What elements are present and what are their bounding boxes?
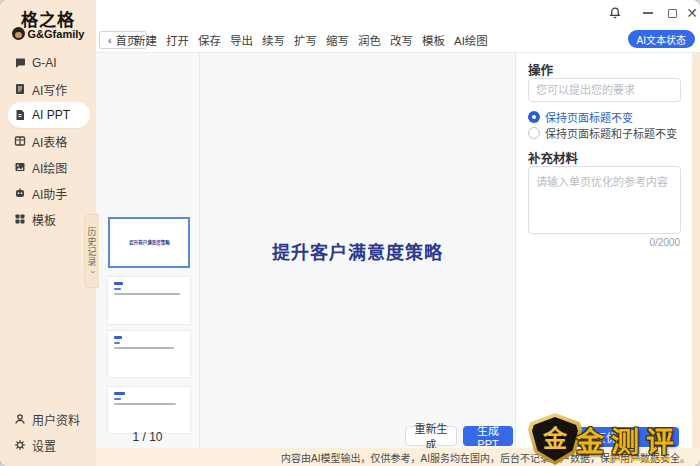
user-icon bbox=[14, 413, 26, 425]
footer-disclaimer-bar: 内容由AI模型输出，仅供参考，AI服务均在国内，后台不记录用户数据，保护用户数据… bbox=[96, 448, 700, 466]
titlebar: ✕ bbox=[96, 0, 700, 27]
radio-keep-title[interactable]: 保持页面标题不变 bbox=[528, 109, 633, 125]
chevron-right-icon: › bbox=[89, 271, 95, 274]
drawing-icon bbox=[14, 161, 26, 173]
chat-icon bbox=[14, 57, 26, 69]
toolbar-item-open[interactable]: 打开 bbox=[166, 32, 189, 48]
minimize-icon[interactable] bbox=[641, 6, 655, 20]
slide-thumbnail-4[interactable] bbox=[108, 387, 190, 433]
toolbar-item-expand-writing[interactable]: 扩写 bbox=[294, 32, 317, 48]
sidebar-item-settings[interactable]: 设置 bbox=[0, 432, 96, 458]
history-tab[interactable]: 历史记录 › bbox=[84, 214, 99, 288]
sidebar-footer: 用户资料 设置 bbox=[0, 406, 96, 458]
material-textarea[interactable] bbox=[528, 166, 681, 234]
sidebar-item-label: AI PPT bbox=[32, 108, 70, 122]
window-edge-strip bbox=[692, 53, 700, 448]
toolbar: ‹ 首页 新建 打开 保存 导出 续写 扩写 缩写 润色 改写 模板 AI绘图 … bbox=[96, 27, 700, 53]
sidebar-item-g-ai[interactable]: G-AI bbox=[8, 50, 90, 76]
sidebar-item-ai-drawing[interactable]: AI绘图 bbox=[8, 154, 90, 180]
radio-label: 保持页面标题不变 bbox=[545, 109, 633, 125]
operation-label: 操作 bbox=[528, 60, 553, 79]
radio-label: 保持页面标题和子标题不变 bbox=[545, 125, 677, 141]
sidebar: 格之格 G&Gfamily G-AI AI写作 AI PPT AI表格 bbox=[0, 0, 96, 466]
regenerate-button[interactable]: 重新生成 bbox=[405, 426, 457, 446]
toolbar-item-polish[interactable]: 润色 bbox=[358, 32, 381, 48]
table-icon bbox=[14, 135, 26, 147]
toolbar-item-rewrite[interactable]: 改写 bbox=[390, 32, 413, 48]
char-counter: 0/2000 bbox=[649, 237, 680, 248]
sidebar-footer-label: 设置 bbox=[32, 437, 56, 454]
brand-avatar-icon bbox=[12, 27, 25, 40]
sidebar-item-ai-ppt[interactable]: AI PPT bbox=[8, 102, 90, 128]
operation-panel: 操作 保持页面标题不变 保持页面标题和子标题不变 补充材料 0/2000 单页优… bbox=[515, 53, 692, 448]
operation-input[interactable] bbox=[528, 78, 681, 102]
assistant-icon bbox=[14, 187, 26, 199]
slide-title-text: 提升客户满意度策略 bbox=[200, 238, 515, 264]
toolbar-item-continue-writing[interactable]: 续写 bbox=[262, 32, 285, 48]
sidebar-item-label: AI助手 bbox=[32, 185, 67, 202]
sidebar-item-label: AI写作 bbox=[32, 81, 67, 98]
slide-thumbnail-2[interactable] bbox=[108, 277, 190, 324]
sidebar-item-label: 模板 bbox=[32, 211, 56, 228]
ppt-icon bbox=[14, 109, 26, 121]
thumbnail-content-preview bbox=[108, 387, 190, 410]
material-label: 补充材料 bbox=[528, 148, 578, 167]
sidebar-nav: G-AI AI写作 AI PPT AI表格 AI绘图 AI助手 bbox=[0, 50, 96, 232]
toolbar-item-shorten[interactable]: 缩写 bbox=[326, 32, 349, 48]
toolbar-item-new[interactable]: 新建 bbox=[134, 32, 157, 48]
thumbnail-title-text: 提升客户满意度策略 bbox=[129, 239, 170, 246]
thumbnail-content-preview bbox=[108, 277, 190, 300]
sidebar-item-label: AI绘图 bbox=[32, 159, 67, 176]
app-window: 格之格 G&Gfamily G-AI AI写作 AI PPT AI表格 bbox=[0, 0, 700, 466]
slide-thumbnail-3[interactable] bbox=[108, 331, 190, 377]
sidebar-item-label: AI表格 bbox=[32, 133, 67, 150]
toolbar-item-export[interactable]: 导出 bbox=[230, 32, 253, 48]
slide-thumbnail-panel: 提升客户满意度策略 1 / 10 bbox=[96, 53, 200, 448]
history-tab-label: 历史记录 bbox=[86, 227, 99, 267]
disclaimer-text: 内容由AI模型输出，仅供参考，AI服务均在国内，后台不记录用户数据，保护用户数据… bbox=[281, 450, 690, 465]
gear-icon bbox=[14, 439, 26, 451]
brand-name: G&Gfamily bbox=[28, 28, 85, 40]
radio-unselected-icon bbox=[528, 127, 540, 139]
maximize-icon[interactable] bbox=[665, 6, 679, 20]
ai-text-status-button[interactable]: AI文本状态 bbox=[628, 30, 695, 48]
chevron-left-icon: ‹ bbox=[108, 34, 112, 46]
toolbar-item-template[interactable]: 模板 bbox=[422, 32, 445, 48]
sidebar-item-label: G-AI bbox=[32, 56, 57, 70]
radio-keep-title-subtitle[interactable]: 保持页面标题和子标题不变 bbox=[528, 125, 677, 141]
sidebar-item-ai-writing[interactable]: AI写作 bbox=[8, 76, 90, 102]
writing-icon bbox=[14, 83, 26, 95]
slide-canvas: 提升客户满意度策略 重新生成 生成PPT bbox=[200, 53, 515, 448]
bell-icon[interactable] bbox=[608, 6, 622, 20]
toolbar-items: 新建 打开 保存 导出 续写 扩写 缩写 润色 改写 模板 AI绘图 bbox=[134, 27, 488, 53]
sidebar-item-template[interactable]: 模板 bbox=[8, 206, 90, 232]
close-icon[interactable]: ✕ bbox=[685, 6, 699, 20]
sidebar-item-ai-table[interactable]: AI表格 bbox=[8, 128, 90, 154]
radio-selected-icon bbox=[528, 111, 540, 123]
generate-ppt-button[interactable]: 生成PPT bbox=[463, 426, 513, 446]
thumbnail-content-preview bbox=[108, 331, 190, 354]
page-indicator: 1 / 10 bbox=[96, 430, 199, 444]
brand-row: G&Gfamily bbox=[0, 27, 96, 40]
sidebar-item-user-profile[interactable]: 用户资料 bbox=[0, 406, 96, 432]
sidebar-item-ai-assistant[interactable]: AI助手 bbox=[8, 180, 90, 206]
sidebar-footer-label: 用户资料 bbox=[32, 411, 80, 428]
toolbar-item-save[interactable]: 保存 bbox=[198, 32, 221, 48]
slide-thumbnail-1-selected[interactable]: 提升客户满意度策略 bbox=[108, 217, 190, 268]
toolbar-item-ai-drawing[interactable]: AI绘图 bbox=[454, 32, 488, 48]
optimize-page-button[interactable]: 单页优化 bbox=[533, 427, 679, 447]
template-icon bbox=[14, 213, 26, 225]
